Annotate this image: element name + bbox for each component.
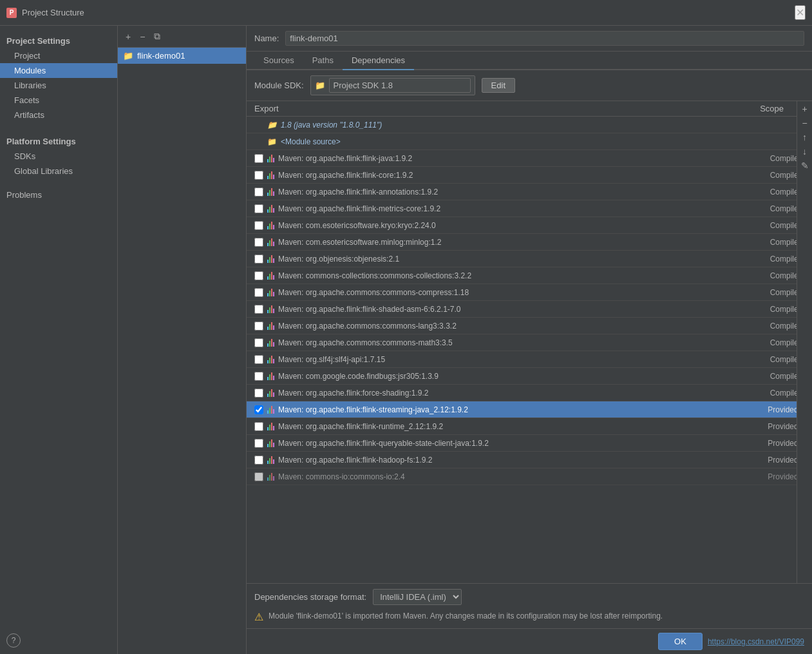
sidebar: Project Settings Project Modules Librari… xyxy=(0,26,118,654)
dep-name: Maven: org.objenesis:objenesis:2.1 xyxy=(278,255,749,264)
name-label: Name: xyxy=(254,34,279,43)
dep-name: Maven: com.esotericsoftware.kryo:kryo:2.… xyxy=(278,221,749,230)
name-input[interactable] xyxy=(285,31,804,46)
dep-name: Maven: commons-collections:commons-colle… xyxy=(278,271,749,280)
dep-name: Maven: org.apache.flink:flink-runtime_2.… xyxy=(278,422,749,431)
module-item-flink-demo01[interactable]: 📁 flink-demo01 xyxy=(118,48,246,64)
module-folder-icon: 📁 xyxy=(123,51,133,61)
side-action-buttons: + − ↑ ↓ ✎ xyxy=(797,117,812,583)
dep-checkbox-selected[interactable] xyxy=(254,405,263,414)
platform-settings-header: Platform Settings xyxy=(0,133,117,149)
dep-row: Maven: org.apache.commons:commons-math3:… xyxy=(247,334,812,351)
dep-checkbox[interactable] xyxy=(254,288,263,297)
sdk-folder-icon: 📁 xyxy=(315,81,325,90)
sidebar-item-sdks[interactable]: SDKs xyxy=(0,149,117,164)
maven-icon xyxy=(267,154,274,162)
dep-row: Maven: org.slf4j:slf4j-api:1.7.15 Compil… xyxy=(247,351,812,368)
sidebar-item-global-libraries[interactable]: Global Libraries xyxy=(0,164,117,178)
dep-checkbox[interactable] xyxy=(254,322,263,331)
dep-row: Maven: org.apache.flink:flink-core:1.9.2… xyxy=(247,167,812,184)
add-module-button[interactable]: + xyxy=(123,30,133,43)
storage-row: Dependencies storage format: IntelliJ ID… xyxy=(254,589,804,605)
dep-name: Maven: org.apache.flink:flink-java:1.9.2 xyxy=(278,154,749,163)
maven-icon xyxy=(267,355,274,363)
sidebar-item-problems[interactable]: Problems xyxy=(0,186,117,202)
dep-checkbox[interactable] xyxy=(254,439,263,448)
dep-checkbox[interactable] xyxy=(254,422,263,431)
dep-checkbox[interactable] xyxy=(254,154,263,163)
dep-name: Maven: org.apache.flink:flink-queryable-… xyxy=(278,439,749,448)
dep-checkbox[interactable] xyxy=(254,271,263,280)
footer-link[interactable]: https://blog.csdn.net/VIP099 xyxy=(708,637,804,646)
dep-checkbox[interactable] xyxy=(254,188,263,197)
name-row: Name: xyxy=(247,26,812,52)
maven-icon xyxy=(267,372,274,380)
sidebar-item-artifacts[interactable]: Artifacts xyxy=(0,108,117,122)
footer: OK https://blog.csdn.net/VIP099 xyxy=(247,628,812,654)
sdk-select-wrapper: 📁 Project SDK 1.8 xyxy=(310,75,475,95)
maven-icon xyxy=(267,405,274,414)
dep-source-name: <Module source> xyxy=(281,137,804,146)
dep-name: Maven: org.apache.flink:force-shading:1.… xyxy=(278,389,749,398)
dep-checkbox[interactable] xyxy=(254,204,263,213)
copy-module-button[interactable]: ⧉ xyxy=(151,30,163,43)
maven-icon xyxy=(267,188,274,196)
tab-dependencies[interactable]: Dependencies xyxy=(343,52,414,70)
dep-row-selected: Maven: org.apache.flink:flink-streaming-… xyxy=(247,401,812,418)
move-up-button[interactable]: ↑ xyxy=(801,131,808,144)
dep-checkbox[interactable] xyxy=(254,238,263,247)
main-layout: Project Settings Project Modules Librari… xyxy=(0,26,812,654)
scope-header: Scope xyxy=(731,104,789,113)
title-bar: P Project Structure ✕ xyxy=(0,0,812,26)
maven-icon xyxy=(267,472,274,481)
dep-row: Maven: com.esotericsoftware.minlog:minlo… xyxy=(247,234,812,251)
move-down-button[interactable]: ↓ xyxy=(801,145,808,158)
dep-row: Maven: org.apache.flink:flink-java:1.9.2… xyxy=(247,150,812,167)
dep-scroll-area[interactable]: 📁 1.8 (java version "1.8.0_111") 📁 <Modu… xyxy=(247,117,812,583)
dep-checkbox[interactable] xyxy=(254,472,263,481)
dep-checkbox[interactable] xyxy=(254,338,263,347)
remove-dep-button[interactable]: − xyxy=(800,117,808,130)
dep-row: Maven: org.apache.commons:commons-lang3:… xyxy=(247,318,812,334)
edit-dep-button[interactable]: ✎ xyxy=(800,159,810,172)
dep-name: Maven: org.apache.flink:flink-core:1.9.2 xyxy=(278,171,749,180)
help-button[interactable]: ? xyxy=(6,633,21,648)
right-panel: Name: Sources Paths Dependencies Module … xyxy=(247,26,812,654)
dep-row: Maven: org.apache.flink:flink-shaded-asm… xyxy=(247,301,812,318)
dep-row: Maven: org.apache.commons:commons-compre… xyxy=(247,284,812,301)
dep-checkbox[interactable] xyxy=(254,171,263,180)
maven-icon xyxy=(267,288,274,296)
dep-checkbox[interactable] xyxy=(254,456,263,465)
dep-row: Maven: org.apache.flink:force-shading:1.… xyxy=(247,385,812,401)
module-toolbar: + − ⧉ xyxy=(118,26,246,48)
dep-name: Maven: org.apache.flink:flink-annotation… xyxy=(278,188,749,197)
dependencies-container: Export Scope 📁 1.8 (java version "1.8.0_… xyxy=(247,101,812,583)
edit-sdk-button[interactable]: Edit xyxy=(482,78,515,93)
dep-checkbox[interactable] xyxy=(254,221,263,230)
dep-row: Maven: org.objenesis:objenesis:2.1 Compi… xyxy=(247,251,812,267)
remove-module-button[interactable]: − xyxy=(137,30,147,43)
sdk-row: Module SDK: 📁 Project SDK 1.8 Edit xyxy=(247,70,812,101)
ok-button[interactable]: OK xyxy=(658,633,703,650)
dep-checkbox[interactable] xyxy=(254,389,263,398)
close-button[interactable]: ✕ xyxy=(795,5,806,20)
dep-checkbox[interactable] xyxy=(254,255,263,264)
maven-icon xyxy=(267,171,274,179)
dep-name: Maven: org.apache.flink:flink-shaded-asm… xyxy=(278,305,749,314)
sidebar-item-project[interactable]: Project xyxy=(0,48,117,63)
dep-row-jdk: 📁 1.8 (java version "1.8.0_111") xyxy=(247,117,812,133)
sidebar-item-facets[interactable]: Facets xyxy=(0,93,117,108)
sidebar-item-modules[interactable]: Modules xyxy=(0,63,117,78)
dep-checkbox[interactable] xyxy=(254,305,263,314)
maven-icon xyxy=(267,439,274,447)
storage-format-select[interactable]: IntelliJ IDEA (.iml) xyxy=(373,589,462,605)
dep-checkbox[interactable] xyxy=(254,355,263,364)
sdk-dropdown[interactable]: Project SDK 1.8 xyxy=(329,78,471,93)
sidebar-item-libraries[interactable]: Libraries xyxy=(0,78,117,93)
tab-paths[interactable]: Paths xyxy=(303,52,343,70)
dep-jdk-name: 1.8 (java version "1.8.0_111") xyxy=(281,120,804,130)
tab-sources[interactable]: Sources xyxy=(254,52,303,70)
dep-name: Maven: org.apache.flink:flink-hadoop-fs:… xyxy=(278,456,749,465)
dep-checkbox[interactable] xyxy=(254,372,263,381)
dep-header: Export Scope xyxy=(247,101,812,117)
